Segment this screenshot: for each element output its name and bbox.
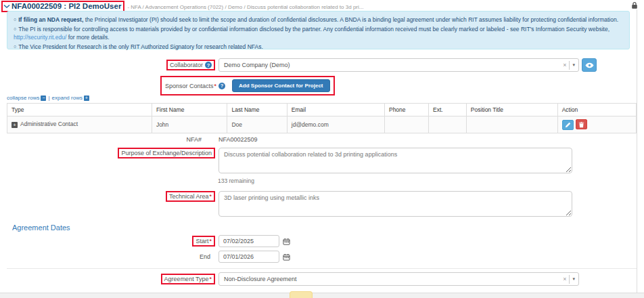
- sponsor-contacts-label: Sponsor Contacts: [165, 83, 214, 89]
- required-marker: *: [209, 193, 212, 200]
- nfa-request-page: NFA00022509 : PI2 DemoUser - NFA / Advan…: [0, 0, 644, 298]
- alert-line-2: ○The PI is responsible for controlling a…: [14, 24, 623, 43]
- agreement-type-row: Agreement Type* Non-Disclosure Agreement…: [0, 272, 637, 286]
- collaborator-label: Collaborator: [170, 62, 203, 68]
- agreement-type-select[interactable]: Non-Disclosure Agreement × ▾: [218, 272, 579, 286]
- caret-down-icon[interactable]: ▾: [572, 276, 575, 282]
- agreement-dates-heading: Agreement Dates: [12, 224, 70, 232]
- nfa-number-value: NFA00022509: [218, 136, 258, 143]
- bullet-icon: ○: [14, 15, 16, 24]
- technical-area-label: Technical Area: [169, 193, 209, 200]
- clear-selection-icon[interactable]: ×: [563, 276, 566, 282]
- nfa-number-label: NFA#: [186, 136, 202, 143]
- trash-icon: [578, 121, 584, 128]
- breadcrumb: - NFA / Advancement Operations (7022) / …: [127, 4, 363, 10]
- security-website-link[interactable]: http://security.rit.edu/: [14, 34, 66, 41]
- cell-email: jd@demo.com: [287, 116, 384, 133]
- col-header-action: Action: [557, 104, 636, 116]
- row-toggle-links: collapse rows− | expand rows+: [7, 95, 89, 101]
- purpose-textarea[interactable]: Discuss potential collaboration related …: [218, 148, 572, 173]
- cell-phone: [384, 116, 428, 133]
- sponsor-contacts-table: Type First Name Last Name Email Phone Ex…: [7, 103, 637, 133]
- links-separator: |: [48, 95, 49, 101]
- bullet-icon: ○: [14, 42, 16, 51]
- help-icon[interactable]: ?: [218, 83, 225, 89]
- alert-line-1: ○If filing an NDA request, the Principal…: [14, 15, 623, 24]
- col-header-phone: Phone: [384, 104, 428, 116]
- cell-first-name: John: [152, 116, 227, 133]
- agreement-type-label: Agreement Type: [164, 276, 209, 282]
- cell-ext: [429, 116, 467, 133]
- help-icon[interactable]: ?: [205, 62, 212, 68]
- end-date-label: End: [200, 253, 210, 260]
- page-title: NFA00022509 : PI2 DemoUser: [12, 2, 121, 10]
- table-row: +Administrative Contact John Doe jd@demo…: [7, 116, 637, 133]
- annotation-box-purpose: Purpose of Exchange/Description: [118, 148, 215, 158]
- alert-bold-text: If filing an NDA request,: [18, 16, 83, 23]
- start-calendar-button[interactable]: [283, 238, 290, 245]
- sponsor-contacts-row: Sponsor Contacts* ? Add Sponsor Contact …: [0, 76, 637, 95]
- annotation-box-technical-area: Technical Area*: [166, 191, 215, 202]
- collapse-rows-link[interactable]: collapse rows−: [7, 95, 46, 101]
- save-button-partial[interactable]: [290, 291, 313, 298]
- required-marker: *: [214, 83, 217, 89]
- annotation-box-start: Start*: [192, 236, 215, 247]
- calendar-icon: [283, 253, 290, 261]
- end-calendar-button[interactable]: [283, 253, 290, 261]
- info-alert: ○If filing an NDA request, the Principal…: [7, 11, 630, 49]
- end-date-row: End: [0, 251, 637, 263]
- col-header-position-title: Position Title: [466, 104, 557, 116]
- technical-area-textarea[interactable]: 3D laser printing using metallic inks: [218, 191, 572, 217]
- col-header-ext: Ext.: [429, 104, 467, 116]
- col-header-last-name: Last Name: [227, 104, 287, 116]
- start-date-label: Start: [196, 238, 208, 244]
- collapse-icon: −: [41, 95, 46, 101]
- cell-type: +Administrative Contact: [7, 116, 152, 133]
- cell-position-title: [466, 116, 557, 133]
- caret-down-icon[interactable]: ▾: [572, 62, 575, 68]
- nfa-number-row: NFA# NFA00022509: [0, 136, 637, 143]
- end-date-input[interactable]: [218, 251, 279, 263]
- col-header-email: Email: [287, 104, 384, 116]
- alert-text: The Vice President for Research is the o…: [18, 43, 263, 50]
- collaborator-value: Demo Company (Demo): [224, 62, 563, 68]
- select-divider: [569, 275, 570, 284]
- pencil-icon: [565, 122, 571, 128]
- cell-action: [557, 116, 636, 133]
- col-header-type: Type: [7, 104, 152, 116]
- purpose-label: Purpose of Exchange/Description: [121, 150, 212, 156]
- chevron-down-icon[interactable]: [3, 4, 10, 9]
- technical-area-row: Technical Area* 3D laser printing using …: [0, 191, 637, 217]
- collaborator-select[interactable]: Demo Company (Demo) × ▾: [218, 58, 579, 72]
- eye-icon: [585, 62, 594, 68]
- table-header-row: Type First Name Last Name Email Phone Ex…: [7, 104, 637, 116]
- right-divider: [637, 9, 637, 298]
- calendar-icon: [283, 238, 290, 245]
- cell-last-name: Doe: [227, 116, 287, 133]
- section-divider: [7, 268, 637, 269]
- annotation-box-collaborator: Collaborator ?: [166, 60, 215, 70]
- purpose-row: Purpose of Exchange/Description Discuss …: [0, 148, 637, 173]
- start-date-input[interactable]: [218, 235, 279, 247]
- agreement-type-value: Non-Disclosure Agreement: [224, 276, 563, 282]
- alert-text: The PI is responsible for controlling ac…: [18, 25, 610, 32]
- expand-rows-link[interactable]: expand rows+: [52, 95, 89, 101]
- start-date-row: Start*: [0, 235, 637, 247]
- alert-line-3: ○The Vice President for Research is the …: [14, 42, 623, 51]
- view-collaborator-button[interactable]: [582, 58, 597, 72]
- col-header-first-name: First Name: [152, 104, 227, 116]
- add-sponsor-contact-button[interactable]: Add Sponsor Contact for Project: [232, 79, 329, 92]
- alert-text: the Principal Investigator (PI) should s…: [83, 16, 618, 23]
- bullet-icon: ○: [14, 24, 16, 33]
- annotation-box-sponsor-contacts: Sponsor Contacts* ? Add Sponsor Contact …: [160, 76, 335, 95]
- row-expand-icon[interactable]: +: [12, 122, 18, 128]
- select-divider: [569, 61, 570, 70]
- collaborator-row: Collaborator ? Demo Company (Demo) × ▾: [0, 58, 637, 72]
- clear-selection-icon[interactable]: ×: [563, 62, 566, 68]
- required-marker: *: [209, 238, 212, 244]
- expand-icon: +: [84, 95, 89, 101]
- alert-text: for more details.: [66, 34, 109, 41]
- lock-icon: [630, 1, 639, 9]
- delete-contact-button[interactable]: [576, 119, 587, 129]
- edit-contact-button[interactable]: [562, 120, 574, 130]
